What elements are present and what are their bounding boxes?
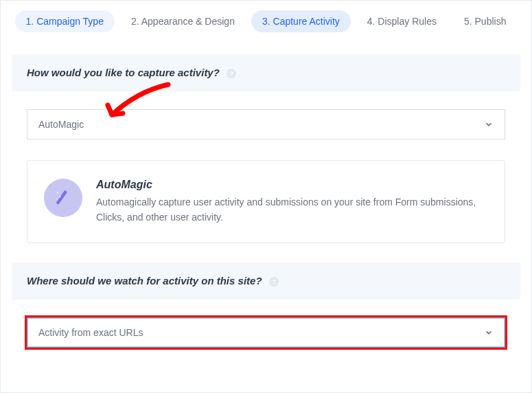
svg-point-2 xyxy=(60,196,61,198)
help-icon[interactable] xyxy=(227,69,236,78)
tab-appearance-design[interactable]: 2. Appearance & Design xyxy=(120,10,246,32)
tab-display-rules[interactable]: 4. Display Rules xyxy=(356,10,448,32)
select-value: AutoMagic xyxy=(38,119,84,130)
wand-icon xyxy=(53,188,73,208)
chevron-down-icon xyxy=(484,120,494,129)
watch-activity-select-wrap: Activity from exact URLs xyxy=(12,300,520,359)
chevron-down-icon xyxy=(484,328,494,337)
svg-point-3 xyxy=(56,199,58,200)
capture-method-select[interactable]: AutoMagic xyxy=(27,109,505,139)
watch-activity-select[interactable]: Activity from exact URLs xyxy=(27,317,505,348)
section-watch-activity-header: Where should we watch for activity on th… xyxy=(12,262,520,300)
section-title: Where should we watch for activity on th… xyxy=(27,275,262,287)
section-title: How would you like to capture activity? xyxy=(27,67,220,78)
automagic-icon-circle xyxy=(44,179,82,217)
info-title: AutoMagic xyxy=(96,179,488,191)
section-capture-method-header: How would you like to capture activity? xyxy=(12,54,520,91)
wizard-tabs: 1. Campaign Type 2. Appearance & Design … xyxy=(12,1,520,42)
info-description: Automagically capture user activity and … xyxy=(96,195,488,225)
capture-method-select-wrap: AutoMagic xyxy=(12,91,520,150)
help-icon[interactable] xyxy=(269,277,279,287)
tab-publish[interactable]: 5. Publish xyxy=(453,10,517,32)
select-value: Activity from exact URLs xyxy=(38,327,143,338)
tab-capture-activity[interactable]: 3. Capture Activity xyxy=(251,10,351,32)
automagic-info-text: AutoMagic Automagically capture user act… xyxy=(96,179,488,225)
tab-campaign-type[interactable]: 1. Campaign Type xyxy=(15,10,115,32)
svg-point-1 xyxy=(57,192,58,194)
automagic-info-card: AutoMagic Automagically capture user act… xyxy=(27,160,505,243)
